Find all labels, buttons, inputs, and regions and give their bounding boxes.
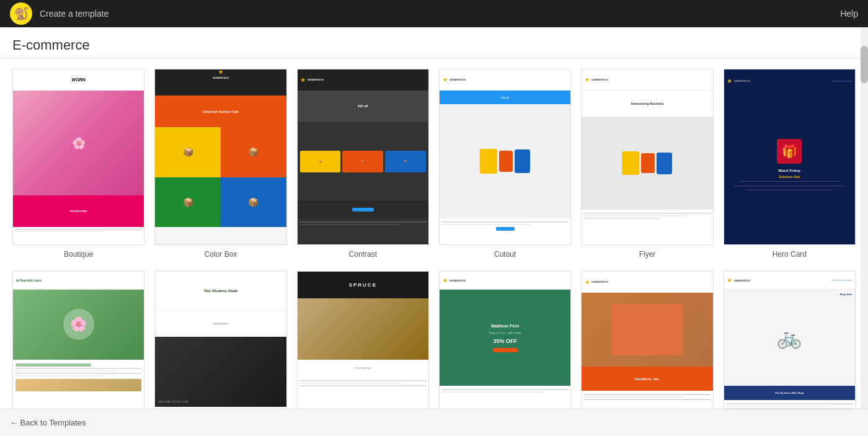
template-item-herocard[interactable]: GENERITECH View this in your browser 🎁 B…	[724, 69, 856, 259]
template-name-boutique: Boutique	[64, 250, 93, 259]
create-template-title: Create a template	[40, 9, 108, 19]
top-nav: 🐒 Create a template Help	[0, 0, 868, 27]
template-name-contrast: Contrast	[349, 250, 377, 259]
main-content: WORN 🌸 PROJEKTPINK Boutique	[0, 59, 868, 409]
template-thumb-newcollection: GENERITECH Furniture, etc.	[581, 271, 713, 409]
template-item-flyer[interactable]: GENERITECH Announcing Business	[581, 69, 713, 259]
nav-left: 🐒 Create a template	[10, 2, 108, 25]
template-item-boutique[interactable]: WORN 🌸 PROJEKTPINK Boutique	[12, 69, 144, 259]
template-thumb-contrast: GENERITECH $10 off 📦 📦 📦	[297, 69, 429, 245]
template-name-cutout: Cutout	[494, 250, 516, 259]
template-name-herocard: Hero Card	[773, 250, 807, 259]
template-thumb-cutout: GENERITECH $10 off	[439, 69, 571, 245]
template-item-newcollection[interactable]: GENERITECH Furniture, etc. New Collec	[581, 271, 713, 409]
template-item-colorbox[interactable]: GENERITECH Genertech Summer Sale 📦 📦 📦 📦…	[154, 69, 286, 259]
template-item-monthlycontest[interactable]: GENERITECH Madison Fern things you love,…	[439, 271, 571, 409]
template-thumb-heroimage: ☯ Peaceful Lotus 🌸	[12, 271, 144, 409]
template-name-flyer: Flyer	[639, 250, 656, 259]
template-item-cutout[interactable]: GENERITECH $10 off	[439, 69, 571, 259]
template-item-saleannouncement[interactable]: GENERITECH View this in your browser 🚲 S…	[724, 271, 856, 409]
mailchimp-icon: 🐒	[14, 6, 29, 21]
template-item-contrast[interactable]: GENERITECH $10 off 📦 📦 📦	[297, 69, 429, 259]
bottom-bar: ← Back to Templates	[0, 409, 868, 409]
template-thumb-memberwelcome: The Modern Dude Clothing Store WELCOME T…	[154, 271, 286, 409]
page-title: E-commerce	[12, 37, 856, 53]
template-thumb-saleannouncement: GENERITECH View this in your browser 🚲 S…	[724, 271, 856, 409]
page-header: E-commerce	[0, 27, 868, 59]
template-thumb-colorbox: GENERITECH Genertech Summer Sale 📦 📦 📦 📦	[154, 69, 286, 245]
template-name-colorbox: Color Box	[205, 250, 237, 259]
template-thumb-herocard: GENERITECH View this in your browser 🎁 B…	[724, 69, 856, 245]
help-link[interactable]: Help	[840, 9, 858, 19]
template-item-monochromic[interactable]: SPRUCE STYLE HOMEPAGE Subscribe · Un	[297, 271, 429, 409]
scrollbar-thumb[interactable]	[861, 46, 868, 83]
scrollbar-track[interactable]	[861, 27, 868, 409]
template-item-heroimage[interactable]: ☯ Peaceful Lotus 🌸	[12, 271, 144, 409]
template-grid: WORN 🌸 PROJEKTPINK Boutique	[12, 69, 856, 409]
template-thumb-monthlycontest: GENERITECH Madison Fern things you love,…	[439, 271, 571, 409]
mailchimp-logo[interactable]: 🐒	[10, 2, 32, 25]
template-thumb-boutique: WORN 🌸 PROJEKTPINK	[12, 69, 144, 245]
template-item-memberwelcome[interactable]: The Modern Dude Clothing Store WELCOME T…	[154, 271, 286, 409]
template-thumb-monochromic: SPRUCE STYLE HOMEPAGE Subscribe · Un	[297, 271, 429, 409]
template-thumb-flyer: GENERITECH Announcing Business	[581, 69, 713, 245]
